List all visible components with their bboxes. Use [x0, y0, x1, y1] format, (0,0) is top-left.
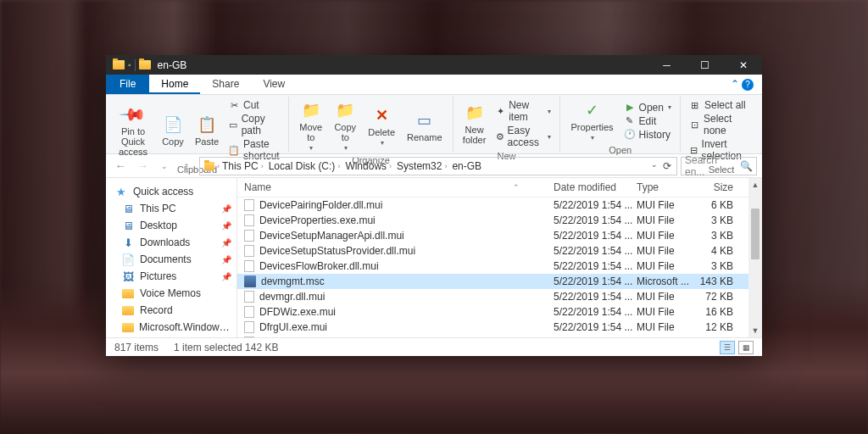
file-icon	[244, 337, 254, 337]
sidebar-item-pictures[interactable]: 🖼Pictures📌	[106, 268, 236, 285]
details-view-button[interactable]: ☰	[720, 341, 735, 354]
edit-icon: ✎	[624, 115, 636, 127]
up-button[interactable]: ↑	[177, 157, 196, 175]
quick-access[interactable]: ★Quick access	[106, 183, 236, 200]
scrollbar-track[interactable]	[748, 259, 762, 324]
maximize-button[interactable]: ☐	[686, 55, 724, 75]
type-column[interactable]: Type	[637, 181, 694, 193]
file-list-pane: Name⌃ Date modified Type Size DevicePair…	[237, 178, 748, 337]
file-row[interactable]: DeviceProperties.exe.mui5/22/2019 1:54 .…	[237, 213, 748, 228]
file-row[interactable]: DfrgUI.exe.mui5/22/2019 1:54 ...MUI File…	[237, 320, 748, 335]
scrollbar[interactable]: ▲ ▼	[748, 178, 762, 337]
close-button[interactable]: ✕	[724, 55, 762, 75]
file-icon	[244, 321, 254, 333]
pin-icon: 📌	[119, 100, 147, 129]
file-row[interactable]: DeviceSetupManagerApi.dll.mui5/22/2019 1…	[237, 228, 748, 243]
select-all-button[interactable]: ⊞Select all	[686, 98, 757, 112]
open-button[interactable]: ▶Open▾	[620, 101, 675, 114]
file-icon	[244, 306, 254, 318]
breadcrumb[interactable]: This PC›	[220, 160, 266, 172]
dropdown-icon[interactable]: ⌄	[651, 160, 658, 172]
folder-icon	[113, 60, 125, 70]
sidebar-item-this-pc[interactable]: 🖥This PC📌	[106, 200, 236, 217]
file-icon	[244, 291, 254, 303]
organize-group: 📁Move to▾ 📁Copy to▾ ✕Delete▾ ▭Rename Org…	[289, 97, 453, 152]
file-row[interactable]: DeviceSetupStatusProvider.dll.mui5/22/20…	[237, 243, 748, 259]
file-row[interactable]: devmgmt.msc5/22/2019 1:54 ...Microsoft .…	[237, 274, 748, 289]
explorer-window: ▪ en-GB ─ ☐ ✕ File Home Share View ⌃ ? 📌…	[106, 55, 762, 356]
home-tab[interactable]: Home	[149, 75, 200, 94]
folder-icon	[204, 162, 214, 170]
new-item-button[interactable]: ✦New item▾	[492, 98, 555, 124]
pin-icon: 📌	[221, 221, 231, 231]
sidebar-item[interactable]: AppData	[106, 336, 236, 337]
path-icon: ▭	[228, 119, 238, 131]
new-folder-icon: 📁	[465, 103, 485, 123]
breadcrumb[interactable]: Windows›	[342, 160, 394, 172]
search-input[interactable]: Search en... 🔍	[681, 157, 757, 175]
share-tab[interactable]: Share	[200, 75, 251, 94]
monitor-icon: 🖥	[121, 203, 135, 214]
new-folder-button[interactable]: 📁New folder	[459, 98, 491, 149]
sidebar-item[interactable]: Microsoft.WindowsTe	[106, 319, 236, 336]
ribbon-toggle[interactable]: ⌃ ?	[722, 75, 762, 94]
minimize-button[interactable]: ─	[648, 55, 686, 75]
sidebar-item[interactable]: Record	[106, 302, 236, 319]
folder-icon	[122, 306, 134, 315]
open-icon: ▶	[624, 102, 636, 114]
properties-button[interactable]: ✓Properties▾	[565, 98, 618, 143]
name-column[interactable]: Name⌃	[244, 181, 554, 193]
pin-icon: 📌	[221, 204, 231, 214]
select-none-button[interactable]: ⊡Select none	[686, 112, 757, 137]
item-count: 817 items	[114, 342, 159, 353]
paste-button[interactable]: 📋Paste	[191, 98, 223, 163]
move-to-button[interactable]: 📁Move to▾	[294, 98, 327, 153]
sidebar-item[interactable]: Voice Memos	[106, 285, 236, 302]
forward-button[interactable]: →	[133, 157, 152, 175]
sidebar-item-desktop[interactable]: 🖥Desktop📌	[106, 217, 236, 234]
refresh-icon[interactable]: ⟳	[663, 160, 671, 172]
file-row[interactable]: DFDWiz.exe.mui5/22/2019 1:54 ...MUI File…	[237, 304, 748, 320]
file-row[interactable]: devmgr.dll.mui5/22/2019 1:54 ...MUI File…	[237, 289, 748, 304]
scroll-down-icon[interactable]: ▼	[748, 324, 762, 337]
breadcrumb[interactable]: System32›	[394, 160, 449, 172]
copy-to-button[interactable]: 📁Copy to▾	[329, 98, 361, 153]
sidebar-item-downloads[interactable]: ⬇Downloads📌	[106, 234, 236, 251]
qa-icon: ▪	[128, 60, 131, 70]
select-all-icon: ⊞	[689, 99, 701, 111]
file-icon	[244, 275, 256, 287]
open-group: ✓Properties▾ ▶Open▾ ✎Edit 🕐History Open	[560, 97, 681, 152]
folder-icon	[122, 289, 134, 298]
tiles-view-button[interactable]: ▦	[738, 341, 754, 354]
folder-icon	[139, 60, 151, 70]
sidebar-item-documents[interactable]: 📄Documents📌	[106, 251, 236, 268]
back-button[interactable]: ←	[111, 157, 130, 175]
edit-button[interactable]: ✎Edit	[620, 114, 675, 128]
copy-path-button[interactable]: ▭Copy path	[225, 112, 283, 137]
copy-button[interactable]: 📄Copy	[157, 98, 189, 163]
clipboard-group: 📌Pin to Quick access 📄Copy 📋Paste ✂Cut ▭…	[106, 97, 289, 152]
delete-button[interactable]: ✕Delete▾	[363, 98, 400, 153]
delete-icon: ✕	[371, 105, 392, 125]
properties-icon: ✓	[582, 100, 603, 120]
titlebar[interactable]: ▪ en-GB ─ ☐ ✕	[106, 55, 762, 75]
scrollbar-thumb[interactable]	[751, 209, 760, 259]
breadcrumb[interactable]: Local Disk (C:)›	[266, 160, 343, 172]
folder-icon	[122, 323, 134, 332]
pin-to-quick-access-button[interactable]: 📌Pin to Quick access	[111, 98, 155, 163]
history-button[interactable]: 🕐History	[620, 128, 675, 142]
easy-access-button[interactable]: ⚙Easy access▾	[492, 124, 555, 149]
file-row[interactable]: DevicesFlowBroker.dll.mui5/22/2019 1:54 …	[237, 259, 748, 274]
file-row[interactable]: DevicePairingFolder.dll.mui5/22/2019 1:5…	[237, 198, 748, 213]
recent-button[interactable]: ⌄	[155, 157, 174, 175]
rename-button[interactable]: ▭Rename	[402, 98, 448, 153]
file-tab[interactable]: File	[106, 75, 149, 94]
address-bar-row: ← → ⌄ ↑ › This PC› Local Disk (C:)› Wind…	[106, 154, 762, 178]
view-tab[interactable]: View	[251, 75, 297, 94]
breadcrumb[interactable]: en-GB	[449, 160, 484, 172]
size-column[interactable]: Size	[694, 181, 742, 193]
scroll-up-icon[interactable]: ▲	[748, 178, 762, 192]
date-column[interactable]: Date modified	[554, 181, 637, 193]
cut-button[interactable]: ✂Cut	[225, 98, 283, 112]
address-bar[interactable]: › This PC› Local Disk (C:)› Windows› Sys…	[199, 157, 677, 175]
